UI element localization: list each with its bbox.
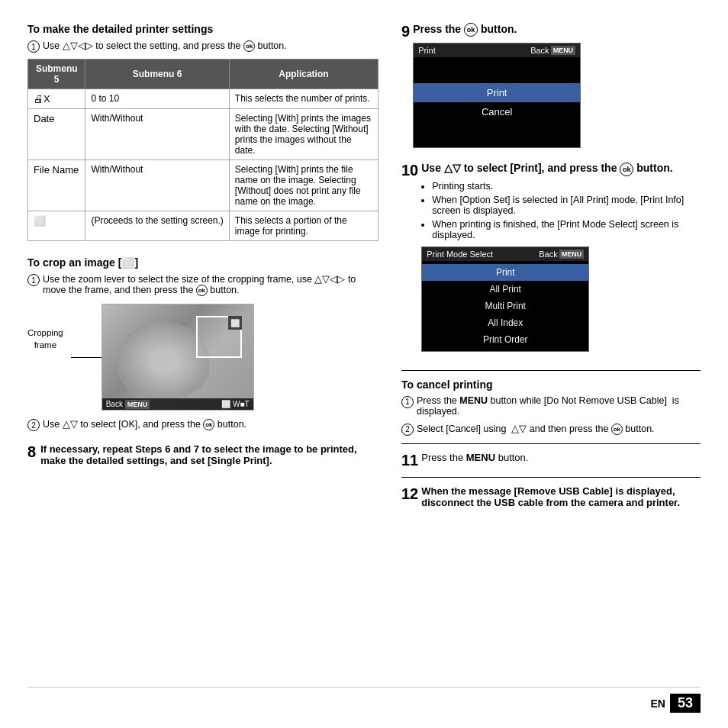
dialog2-back: Back MENU (539, 250, 584, 259)
cell-submenu5-3: File Name (28, 160, 85, 211)
step8-text: If necessary, repeat Steps 6 and 7 to se… (40, 443, 356, 466)
step8-num: 8 (27, 443, 36, 460)
connector-line (71, 357, 101, 358)
col-header-application: Application (229, 60, 378, 89)
section-crop: To crop an image [⬜] 1 Use the zoom leve… (27, 256, 378, 431)
ok-icon-cancel: ok (611, 424, 623, 435)
step-11: 11 Press the MENU button. (401, 452, 701, 469)
settings-table: Submenu 5 Submenu 6 Application 🖨︎X 0 to… (27, 59, 378, 241)
cell-submenu6-3: With/Without (85, 160, 229, 211)
right-column: 9 Press the ok button. Print Back MENU P… (401, 23, 701, 679)
dialog2-item-multiprint: Multi Print (422, 298, 588, 314)
cancel-step1-text: Press the MENU button while [Do Not Remo… (417, 395, 701, 417)
dialog1-spacer (414, 60, 580, 83)
crop-image-area: Croppingframe ⬜ Back MENU ⬜ (27, 304, 378, 411)
dialog2-item-allindex: All Index (422, 314, 588, 331)
mock-bottom-bar: Back MENU ⬜ W■T (102, 398, 253, 410)
step12-text: When the message [Remove USB Cable] is d… (421, 485, 701, 508)
ok-icon-s1: ok (243, 40, 255, 52)
step-circle-2-1: 1 (27, 274, 40, 286)
connector (71, 357, 101, 358)
dialog1-body: Print Cancel (414, 57, 580, 147)
bullet-2: When [Option Set] is selected in [All Pr… (432, 195, 701, 216)
cell-app-4: This selects a portion of the image for … (229, 211, 378, 241)
section1-step1-text: Use △▽◁▷ to select the setting, and pres… (43, 40, 287, 52)
divider-11 (401, 443, 701, 444)
dialog1-item-print: Print (414, 83, 580, 102)
divider-12 (401, 477, 701, 478)
cell-app-2: Selecting [With] prints the images with … (229, 109, 378, 160)
section2-step1-text: Use the zoom lever to select the size of… (43, 273, 378, 296)
table-row: ⬜ (Proceeds to the setting screen.) This… (28, 211, 378, 241)
section1-step1: 1 Use △▽◁▷ to select the setting, and pr… (27, 40, 378, 53)
step10-num: 10 (401, 162, 418, 179)
dialog2-item-allprint: All Print (422, 281, 588, 298)
dialog-print: Print Back MENU Print Cancel (413, 43, 581, 148)
section2-step2-text: Use △▽ to select [OK], and press the ok … (43, 418, 246, 430)
cell-submenu6-1: 0 to 10 (85, 89, 229, 109)
section2-step2: 2 Use △▽ to select [OK], and press the o… (27, 418, 378, 431)
cancel-step1: 1 Press the MENU button while [Do Not Re… (401, 395, 701, 417)
table-row: 🖨︎X 0 to 10 This selects the number of p… (28, 89, 378, 109)
step-circle-1: 1 (27, 40, 40, 53)
cancel-step2-text: Select [Cancel] using △▽ and then press … (417, 423, 655, 435)
step12-num: 12 (401, 485, 418, 503)
dialog2-menu-badge: MENU (559, 250, 585, 259)
table-row: File Name With/Without Selecting [With] … (28, 160, 378, 211)
step-8: 8 If necessary, repeat Steps 6 and 7 to … (27, 443, 378, 466)
cancel-circle-2: 2 (401, 424, 414, 436)
dialog2-body: Print All Print Multi Print All Index Pr… (422, 261, 588, 351)
cell-submenu6-2: With/Without (85, 109, 229, 160)
step-10: 10 Use △▽ to select [Print], and press t… (401, 162, 701, 362)
step11-text: Press the MENU button. (421, 452, 528, 463)
ok-icon-s2: ok (196, 285, 208, 296)
divider-cancel (401, 370, 701, 371)
dialog1-title: Print (418, 46, 436, 55)
cancel-circle-1: 1 (401, 396, 414, 408)
wt-label: ⬜ W■T (221, 400, 249, 408)
step11-num: 11 (401, 452, 418, 469)
step9-title: Press the ok button. (413, 23, 701, 37)
cancel-title: To cancel printing (401, 378, 701, 391)
table-row: Date With/Without Selecting [With] print… (28, 109, 378, 160)
page: To make the detailed printer settings 1 … (0, 0, 728, 728)
cell-app-1: This selects the number of prints. (229, 89, 378, 109)
dialog1-back: Back MENU (530, 46, 575, 55)
back-label: Back MENU (106, 400, 150, 408)
bullet-3: When printing is finished, the [Print Mo… (432, 219, 701, 240)
dialog1-item-cancel: Cancel (414, 102, 580, 121)
section2-step1: 1 Use the zoom lever to select the size … (27, 273, 378, 296)
ok-icon-9: ok (464, 23, 478, 37)
cancel-section: To cancel printing 1 Press the MENU butt… (401, 378, 701, 436)
ok-icon-s2b: ok (203, 419, 214, 430)
dialog-print-mode: Print Mode Select Back MENU Print All Pr… (421, 246, 589, 352)
bullet-1: Printing starts. (432, 181, 701, 192)
step10-content: Use △▽ to select [Print], and press the … (421, 162, 701, 362)
cell-app-3: Selecting [With] prints the file name on… (229, 160, 378, 211)
col-header-submenu5: Submenu 5 (28, 60, 85, 89)
dialog1-menu-badge: MENU (551, 46, 576, 55)
crop-frame-icon: ⬜ (228, 316, 242, 330)
dialog1-spacer2 (414, 121, 580, 144)
footer-en: EN (651, 697, 665, 710)
section1-title: To make the detailed printer settings (27, 23, 378, 35)
step-circle-2-2: 2 (27, 419, 40, 431)
footer-page-num: 53 (670, 694, 701, 713)
cell-submenu5-1: 🖨︎X (28, 89, 85, 109)
dialog2-item-print: Print (422, 264, 588, 281)
dialog2-topbar: Print Mode Select Back MENU (422, 247, 588, 261)
section2-title: To crop an image [⬜] (27, 256, 378, 269)
crop-image-mock: ⬜ Back MENU ⬜ W■T (101, 304, 254, 411)
dialog2-item-printorder: Print Order (422, 331, 588, 348)
step9-num: 9 (401, 23, 410, 40)
ok-icon-10: ok (620, 163, 633, 176)
footer: EN 53 (27, 687, 701, 713)
crop-frame: ⬜ (196, 316, 242, 358)
step10-bullets: Printing starts. When [Option Set] is se… (432, 181, 701, 240)
menu-badge: MENU (125, 400, 150, 409)
crop-label: Croppingframe (27, 327, 63, 351)
col-header-submenu6: Submenu 6 (85, 60, 229, 89)
left-column: To make the detailed printer settings 1 … (27, 23, 378, 679)
step-12: 12 When the message [Remove USB Cable] i… (401, 485, 701, 508)
step-9: 9 Press the ok button. Print Back MENU P… (401, 23, 701, 154)
